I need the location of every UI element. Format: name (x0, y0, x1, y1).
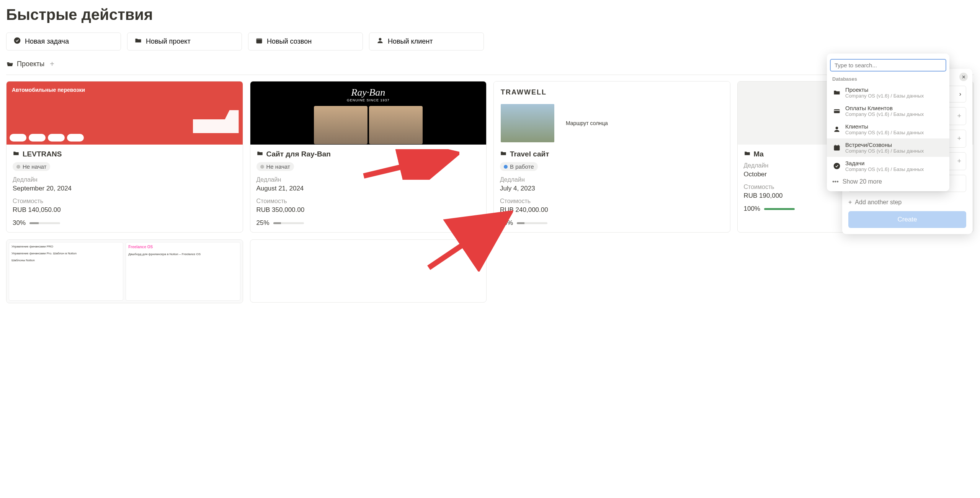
cover-text: Управление финансами Pro. Шаблон в Notio… (11, 252, 121, 255)
user-icon (832, 125, 841, 134)
section-title[interactable]: Проекты (17, 60, 44, 68)
svg-point-6 (836, 127, 838, 129)
progress-bar (764, 208, 795, 210)
payment-icon (832, 106, 841, 116)
cover-text: Автомобильные перевозки (7, 81, 243, 98)
deadline-value: August 21, 2024 (256, 185, 480, 192)
folder-icon (134, 37, 142, 46)
ellipsis-icon: ••• (832, 178, 839, 185)
calendar-icon (255, 37, 263, 46)
card-cover: Управление финансами PRO Управление фина… (7, 240, 243, 303)
svg-point-0 (14, 37, 21, 44)
annotation-arrow (425, 210, 513, 272)
new-project-button[interactable]: Новый проект (127, 33, 242, 50)
database-option-tasks[interactable]: ЗадачиCompany OS (v1.6) / Базы данных (827, 157, 949, 175)
svg-rect-5 (834, 110, 840, 111)
database-option-clients[interactable]: КлиентыCompany OS (v1.6) / Базы данных (827, 120, 949, 138)
qa-label: Новый проект (146, 37, 191, 46)
check-circle-icon (832, 161, 841, 171)
database-option-projects[interactable]: ПроектыCompany OS (v1.6) / Базы данных (827, 83, 949, 102)
database-option-payments[interactable]: Оплаты КлиентовCompany OS (v1.6) / Базы … (827, 102, 949, 120)
new-client-button[interactable]: Новый клиент (369, 33, 484, 50)
cover-subtext: Маршрут солнца (566, 120, 608, 126)
status-badge: Не начат (13, 162, 50, 171)
show-more-button[interactable]: ••• Show 20 more (827, 175, 949, 188)
progress-bar (273, 222, 304, 224)
quick-actions-row: Новая задача Новый проект Новый созвон Н… (6, 33, 974, 50)
option-name: Задачи (845, 160, 924, 166)
cost-label: Стоимость (13, 198, 237, 205)
folder-icon (744, 150, 751, 158)
create-button[interactable]: Create (848, 211, 966, 228)
option-path: Company OS (v1.6) / Базы данных (845, 148, 924, 154)
new-call-button[interactable]: Новый созвон (248, 33, 363, 50)
plus-icon[interactable]: + (957, 135, 961, 143)
option-path: Company OS (v1.6) / Базы данных (845, 130, 924, 135)
show-more-label: Show 20 more (843, 178, 882, 185)
project-card[interactable]: Управление финансами PRO Управление фина… (6, 239, 243, 303)
svg-rect-2 (256, 38, 262, 39)
project-name: Ma (754, 150, 764, 158)
folder-icon (13, 150, 20, 158)
option-name: Встречи/Созвоны (845, 142, 924, 148)
deadline-value: July 4, 2023 (500, 185, 724, 192)
user-icon (376, 37, 384, 46)
add-step-label: Add another step (855, 199, 902, 206)
annotation-arrow (360, 149, 459, 180)
cover-text: Дашборд для фрилансера в Notion – Freela… (128, 252, 237, 256)
svg-point-10 (834, 163, 840, 169)
svg-rect-7 (834, 145, 840, 150)
folder-icon (832, 88, 841, 97)
svg-rect-9 (838, 145, 839, 146)
progress-bar (517, 222, 547, 224)
add-another-step[interactable]: + Add another step (848, 197, 966, 211)
deadline-value: September 20, 2024 (13, 185, 237, 192)
option-name: Проекты (845, 86, 924, 93)
plus-icon[interactable]: + (957, 157, 961, 165)
option-name: Оплаты Клиентов (845, 105, 924, 111)
cost-label: Стоимость (256, 198, 480, 205)
database-picker-popover: Databases ПроектыCompany OS (v1.6) / Баз… (827, 54, 949, 191)
project-card[interactable]: Автомобильные перевозки LEVTRANS Не нача… (6, 81, 243, 233)
folder-icon (256, 150, 263, 158)
cover-text: Управление финансами PRO (11, 245, 121, 248)
progress-percent: 25% (256, 219, 270, 227)
option-name: Клиенты (845, 123, 924, 130)
check-circle-icon (13, 37, 21, 46)
project-name: Сайт для Ray-Ban (266, 150, 331, 158)
qa-label: Новый клиент (388, 37, 433, 46)
cover-text: Freelance OS (128, 245, 237, 249)
cover-text: Ray·Ban (351, 87, 385, 98)
folder-icon (500, 150, 507, 158)
card-cover: Ray·Ban GENUINE SINCE 1937 (250, 81, 487, 145)
chevron-right-icon: › (959, 91, 961, 98)
svg-line-12 (429, 216, 505, 268)
progress-percent: 30% (13, 219, 26, 227)
add-view-button[interactable]: + (50, 60, 54, 68)
project-card[interactable]: TRAWWELL Маршрут солнца Travel сайт В ра… (493, 81, 730, 233)
project-name: LEVTRANS (23, 150, 62, 158)
svg-rect-8 (835, 145, 836, 146)
option-path: Company OS (v1.6) / Базы данных (845, 166, 924, 172)
plus-icon[interactable]: + (957, 112, 961, 120)
progress-bar (29, 222, 60, 224)
card-cover: Автомобильные перевозки (7, 81, 243, 145)
qa-label: Новый созвон (267, 37, 312, 46)
calendar-icon (832, 143, 841, 152)
option-path: Company OS (v1.6) / Базы данных (845, 111, 924, 117)
qa-label: Новая задача (25, 37, 69, 46)
database-option-meetings[interactable]: Встречи/СозвоныCompany OS (v1.6) / Базы … (827, 138, 949, 157)
option-path: Company OS (v1.6) / Базы данных (845, 93, 924, 99)
cost-value: RUB 240,000.00 (500, 206, 724, 214)
new-task-button[interactable]: Новая задача (6, 33, 121, 50)
plus-icon: + (848, 199, 852, 206)
search-input[interactable] (830, 59, 946, 72)
cover-text: TRAWWELL (501, 88, 723, 96)
svg-line-11 (364, 155, 452, 176)
card-cover: TRAWWELL Маршрут солнца (494, 81, 730, 145)
status-badge: В работе (500, 162, 538, 171)
folder-open-icon (6, 60, 14, 68)
close-button[interactable]: ✕ (959, 73, 968, 81)
cost-label: Стоимость (500, 198, 724, 205)
page-title: Быстрые действия (6, 6, 974, 23)
